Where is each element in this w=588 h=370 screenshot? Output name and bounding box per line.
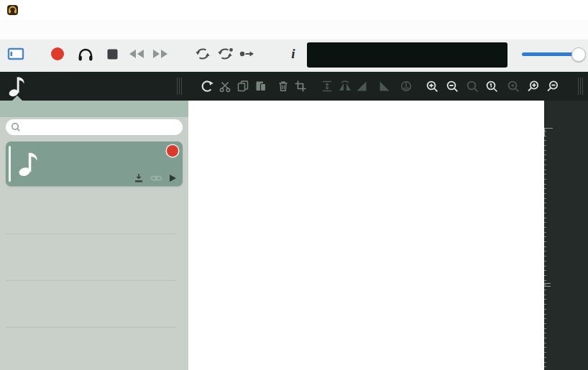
stop-icon bbox=[107, 49, 118, 60]
info-button[interactable]: i bbox=[283, 44, 303, 64]
row-separator bbox=[6, 327, 177, 328]
toolbar-drag-handle[interactable] bbox=[177, 78, 183, 95]
fade-in-icon bbox=[355, 80, 368, 93]
zoom-one-icon bbox=[485, 80, 499, 93]
rewind-icon bbox=[129, 49, 144, 59]
titlebar bbox=[0, 0, 588, 20]
amplify-button[interactable] bbox=[319, 78, 335, 94]
rewind-button[interactable] bbox=[127, 44, 147, 64]
paste-button[interactable] bbox=[253, 78, 269, 94]
zoom-back-icon bbox=[507, 80, 520, 93]
crop-icon bbox=[294, 80, 307, 93]
trim-button[interactable] bbox=[293, 78, 308, 94]
play-from-cursor-icon bbox=[239, 47, 254, 60]
scissors-icon bbox=[219, 80, 231, 93]
record-button[interactable] bbox=[47, 44, 68, 64]
zoom-selection-button[interactable] bbox=[464, 78, 480, 94]
app-window: i bbox=[0, 0, 588, 370]
channel-divider-tick bbox=[544, 286, 551, 287]
vertical-zoom-out-button[interactable] bbox=[544, 78, 560, 94]
crossfade-button[interactable] bbox=[337, 78, 353, 94]
repeat-icon bbox=[194, 47, 211, 60]
minimize-button[interactable] bbox=[487, 0, 520, 20]
files-sidebar bbox=[0, 101, 188, 370]
loop-button[interactable] bbox=[193, 44, 213, 64]
fast-forward-icon bbox=[152, 49, 168, 59]
audio-file-tab-icon[interactable] bbox=[6, 75, 27, 97]
zoom-full-button[interactable] bbox=[484, 78, 500, 94]
toolbar-drag-handle[interactable] bbox=[578, 78, 584, 95]
zoom-out-button[interactable] bbox=[444, 78, 460, 94]
stop-button[interactable] bbox=[102, 44, 122, 64]
vertical-zoom-in-button[interactable] bbox=[525, 78, 541, 94]
time-display bbox=[307, 42, 507, 68]
repeat-one-icon bbox=[216, 47, 234, 60]
fast-forward-button[interactable] bbox=[150, 44, 170, 64]
download-icon[interactable] bbox=[134, 173, 144, 183]
info-icon: i bbox=[291, 46, 295, 62]
vertical-zoom-out-icon bbox=[546, 80, 559, 93]
row-separator bbox=[6, 233, 177, 234]
play-from-cursor-button[interactable] bbox=[236, 44, 257, 64]
paste-icon bbox=[254, 80, 267, 93]
zoom-in-icon bbox=[426, 80, 439, 93]
link-icon[interactable] bbox=[150, 174, 162, 182]
record-icon bbox=[50, 47, 65, 61]
menubar bbox=[0, 20, 588, 40]
search-icon bbox=[11, 122, 21, 132]
fade-out-icon bbox=[378, 80, 391, 93]
cut-button[interactable] bbox=[217, 78, 233, 94]
redo-icon bbox=[200, 80, 213, 93]
card-accent-stripe bbox=[9, 146, 11, 182]
search-input[interactable] bbox=[21, 121, 183, 134]
play-file-icon[interactable] bbox=[169, 174, 177, 182]
recording-badge bbox=[167, 145, 178, 157]
zoom-back-button[interactable] bbox=[505, 78, 521, 94]
fade-in-button[interactable] bbox=[354, 78, 369, 94]
loop-selection-button[interactable] bbox=[215, 44, 235, 64]
window-controls bbox=[487, 0, 588, 20]
maximize-button[interactable] bbox=[520, 0, 554, 20]
row-separator bbox=[6, 280, 177, 281]
close-button[interactable] bbox=[554, 0, 588, 20]
file-actions bbox=[134, 173, 177, 183]
ruler-minor-ticks bbox=[544, 131, 546, 370]
file-list-item[interactable] bbox=[6, 142, 183, 186]
trash-icon bbox=[277, 80, 290, 93]
volume-slider[interactable] bbox=[522, 52, 579, 56]
app-icon bbox=[6, 4, 19, 16]
copy-button[interactable] bbox=[235, 78, 251, 94]
channel-divider-tick bbox=[544, 283, 551, 284]
sidebar-toggle-icon bbox=[7, 47, 24, 60]
zoom-in-button[interactable] bbox=[424, 78, 440, 94]
vertical-zoom-in-icon bbox=[526, 80, 540, 93]
edit-toolbar bbox=[0, 72, 588, 101]
fade-out-button[interactable] bbox=[377, 78, 392, 94]
volume-slider-handle[interactable] bbox=[571, 47, 586, 62]
gain-knob-button[interactable] bbox=[398, 78, 414, 94]
delete-button[interactable] bbox=[275, 78, 291, 94]
crossfade-icon bbox=[338, 80, 352, 93]
music-note-icon bbox=[18, 151, 38, 177]
redo-button[interactable] bbox=[198, 78, 214, 94]
gain-knob-icon bbox=[400, 80, 413, 93]
waveform-view[interactable] bbox=[188, 101, 544, 370]
zoom-out-icon bbox=[446, 80, 459, 93]
file-search-box[interactable] bbox=[6, 119, 183, 135]
active-tab-pointer bbox=[12, 96, 22, 101]
play-button[interactable] bbox=[75, 44, 96, 64]
toggle-sidebar-button[interactable] bbox=[6, 44, 26, 64]
amplitude-icon bbox=[321, 80, 334, 93]
copy-icon bbox=[236, 80, 249, 93]
zoom-selection-icon bbox=[466, 80, 479, 93]
headphones-icon bbox=[77, 47, 94, 62]
sidebar-header bbox=[0, 101, 188, 117]
scale-panel bbox=[544, 101, 588, 370]
